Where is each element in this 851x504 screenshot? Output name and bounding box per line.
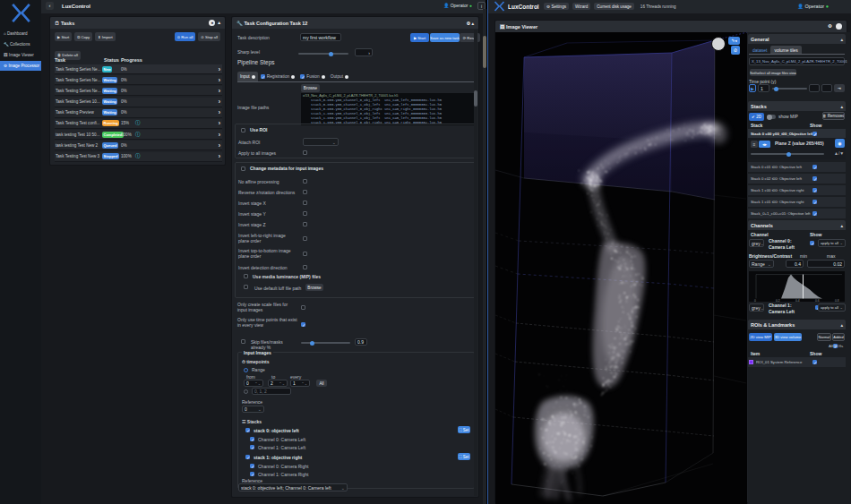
svg-text:0.8: 0.8: [835, 299, 839, 302]
svg-text:0.6: 0.6: [815, 299, 820, 302]
svg-text:0.4: 0.4: [795, 299, 800, 302]
svg-text:0.2: 0.2: [776, 299, 780, 302]
svg-text:0: 0: [754, 299, 756, 302]
